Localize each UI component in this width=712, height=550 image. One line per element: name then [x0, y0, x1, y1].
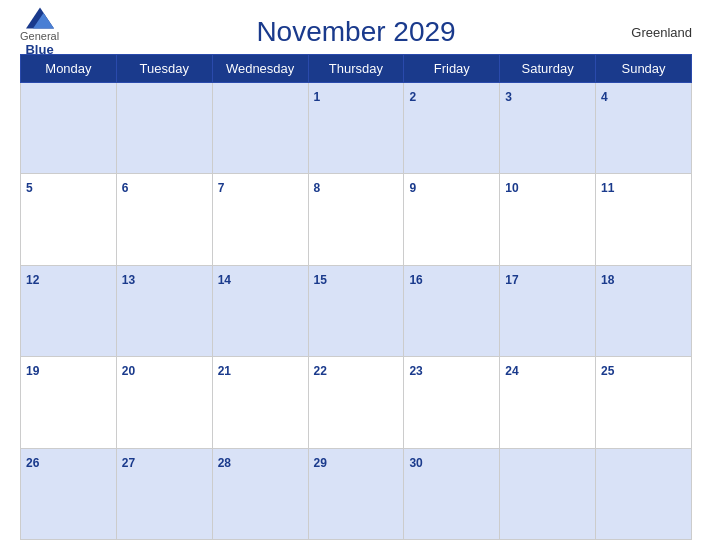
day-number: 5 [26, 181, 33, 195]
calendar-cell: 17 [500, 265, 596, 356]
calendar-cell: 20 [116, 357, 212, 448]
day-number: 13 [122, 273, 135, 287]
weekday-header-tuesday: Tuesday [116, 55, 212, 83]
logo-icon [26, 7, 54, 29]
calendar-week-row: 2627282930 [21, 448, 692, 539]
day-number: 24 [505, 364, 518, 378]
day-number: 28 [218, 456, 231, 470]
day-number: 8 [314, 181, 321, 195]
weekday-header-thursday: Thursday [308, 55, 404, 83]
calendar-cell: 26 [21, 448, 117, 539]
weekday-header-wednesday: Wednesday [212, 55, 308, 83]
calendar-week-row: 567891011 [21, 174, 692, 265]
calendar-cell: 8 [308, 174, 404, 265]
calendar-cell: 7 [212, 174, 308, 265]
day-number: 26 [26, 456, 39, 470]
calendar-cell: 3 [500, 83, 596, 174]
day-number: 25 [601, 364, 614, 378]
calendar-week-row: 1234 [21, 83, 692, 174]
calendar-table: MondayTuesdayWednesdayThursdayFridaySatu… [20, 54, 692, 540]
day-number: 6 [122, 181, 129, 195]
day-number: 15 [314, 273, 327, 287]
calendar-cell [596, 448, 692, 539]
calendar-cell: 18 [596, 265, 692, 356]
day-number: 2 [409, 90, 416, 104]
logo-general: General [20, 30, 59, 42]
calendar-title: November 2029 [256, 16, 455, 48]
weekday-header-row: MondayTuesdayWednesdayThursdayFridaySatu… [21, 55, 692, 83]
calendar-cell [212, 83, 308, 174]
day-number: 16 [409, 273, 422, 287]
calendar-week-row: 19202122232425 [21, 357, 692, 448]
calendar-cell: 24 [500, 357, 596, 448]
day-number: 14 [218, 273, 231, 287]
day-number: 17 [505, 273, 518, 287]
calendar-cell: 15 [308, 265, 404, 356]
calendar-cell: 25 [596, 357, 692, 448]
calendar-cell: 19 [21, 357, 117, 448]
weekday-header-saturday: Saturday [500, 55, 596, 83]
calendar-cell: 4 [596, 83, 692, 174]
calendar-cell: 22 [308, 357, 404, 448]
weekday-header-sunday: Sunday [596, 55, 692, 83]
calendar-cell: 5 [21, 174, 117, 265]
day-number: 1 [314, 90, 321, 104]
calendar-cell: 23 [404, 357, 500, 448]
calendar-week-row: 12131415161718 [21, 265, 692, 356]
calendar-cell: 13 [116, 265, 212, 356]
logo: General Blue [20, 7, 59, 57]
day-number: 29 [314, 456, 327, 470]
calendar-cell: 30 [404, 448, 500, 539]
calendar-cell: 21 [212, 357, 308, 448]
day-number: 20 [122, 364, 135, 378]
calendar-cell: 27 [116, 448, 212, 539]
calendar-cell: 28 [212, 448, 308, 539]
calendar-cell [21, 83, 117, 174]
calendar-cell: 29 [308, 448, 404, 539]
day-number: 12 [26, 273, 39, 287]
day-number: 30 [409, 456, 422, 470]
calendar-cell: 14 [212, 265, 308, 356]
calendar-cell: 10 [500, 174, 596, 265]
day-number: 3 [505, 90, 512, 104]
day-number: 22 [314, 364, 327, 378]
weekday-header-monday: Monday [21, 55, 117, 83]
logo-blue: Blue [25, 42, 53, 57]
region-label: Greenland [631, 25, 692, 40]
calendar-cell: 1 [308, 83, 404, 174]
day-number: 27 [122, 456, 135, 470]
day-number: 4 [601, 90, 608, 104]
calendar-header: General Blue November 2029 Greenland [20, 10, 692, 48]
calendar-cell [116, 83, 212, 174]
day-number: 19 [26, 364, 39, 378]
calendar-cell: 12 [21, 265, 117, 356]
day-number: 18 [601, 273, 614, 287]
calendar-cell: 6 [116, 174, 212, 265]
day-number: 7 [218, 181, 225, 195]
day-number: 11 [601, 181, 614, 195]
day-number: 21 [218, 364, 231, 378]
calendar-cell [500, 448, 596, 539]
calendar-cell: 2 [404, 83, 500, 174]
calendar-cell: 11 [596, 174, 692, 265]
day-number: 9 [409, 181, 416, 195]
calendar-cell: 9 [404, 174, 500, 265]
day-number: 23 [409, 364, 422, 378]
calendar-cell: 16 [404, 265, 500, 356]
weekday-header-friday: Friday [404, 55, 500, 83]
day-number: 10 [505, 181, 518, 195]
